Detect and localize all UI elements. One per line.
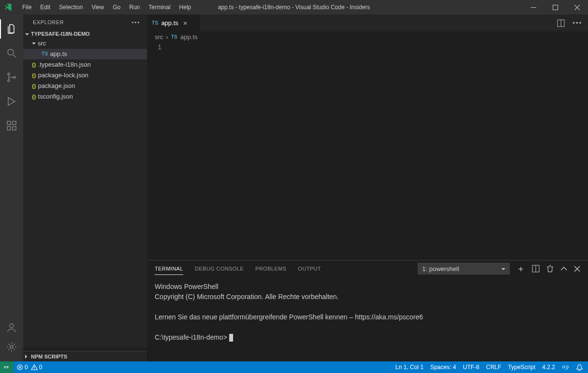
svg-point-2 [8, 49, 14, 55]
cursor-position[interactable]: Ln 1, Col 1 [396, 364, 424, 371]
sidebar: EXPLORER ••• TYPESAFE-I18N-DEMO src TS a… [23, 14, 147, 361]
file-typesafe-json[interactable]: {} .typesafe-i18n.json [23, 59, 147, 70]
editor[interactable]: 1 [147, 42, 588, 260]
json-icon: {} [32, 83, 36, 89]
file-label: .typesafe-i18n.json [38, 61, 91, 68]
vscode-logo-icon [4, 3, 13, 12]
menu-bar: File Edit Selection View Go Run Terminal… [18, 2, 195, 13]
terminal-line: Lernen Sie das neue plattformübergreifen… [155, 312, 580, 322]
file-tree: src TS app.ts {} .typesafe-i18n.json {} … [23, 38, 147, 102]
explorer-icon[interactable] [0, 19, 23, 39]
json-icon: {} [32, 72, 36, 78]
minimize-button[interactable] [523, 0, 544, 14]
ts-version[interactable]: 4.2.2 [542, 364, 555, 371]
svg-point-20 [562, 366, 565, 368]
breadcrumb-file: app.ts [180, 33, 197, 41]
project-root[interactable]: TYPESAFE-I18N-DEMO [23, 30, 147, 38]
tab-bar: TS app.ts × ••• [147, 14, 588, 31]
split-editor-icon[interactable] [557, 19, 565, 27]
close-panel-icon[interactable] [574, 266, 580, 272]
terminal-select[interactable]: 1: powershell [418, 263, 510, 274]
tab-close-icon[interactable]: × [183, 19, 188, 27]
menu-help[interactable]: Help [176, 2, 195, 13]
svg-point-21 [566, 366, 569, 368]
encoding-status[interactable]: UTF-8 [463, 364, 479, 371]
line-number: 1 [147, 43, 162, 51]
kill-terminal-icon[interactable] [546, 265, 554, 273]
extensions-icon[interactable] [0, 116, 23, 135]
panel-tab-debug-console[interactable]: DEBUG CONSOLE [195, 263, 244, 274]
typescript-icon: TS [152, 20, 158, 26]
terminal-select-label: 1: powershell [422, 265, 459, 273]
split-terminal-icon[interactable] [532, 265, 540, 273]
file-label: app.ts [50, 50, 67, 57]
status-left: 0 0 [0, 361, 42, 373]
menu-terminal[interactable]: Terminal [145, 2, 174, 13]
sidebar-more-icon[interactable]: ••• [132, 19, 140, 25]
terminal-line: Copyright (C) Microsoft Corporation. All… [155, 292, 580, 302]
window-title: app.ts - typesafe-i18n-demo - Visual Stu… [218, 4, 370, 11]
language-status[interactable]: TypeScript [508, 364, 536, 371]
file-app-ts[interactable]: TS app.ts [23, 49, 147, 59]
activity-bar [0, 14, 23, 361]
svg-point-5 [8, 80, 10, 82]
svg-rect-8 [7, 127, 11, 130]
titlebar: File Edit Selection View Go Run Terminal… [0, 0, 588, 14]
npm-scripts-section[interactable]: NPM SCRIPTS [23, 351, 147, 361]
panel-tab-problems[interactable]: PROBLEMS [255, 263, 286, 274]
chevron-down-icon [32, 40, 36, 47]
settings-gear-icon[interactable] [0, 337, 23, 357]
file-tsconfig[interactable]: {} tsconfig.json [23, 91, 147, 102]
svg-rect-10 [13, 121, 16, 125]
menu-edit[interactable]: Edit [36, 2, 54, 13]
svg-point-12 [10, 345, 13, 348]
line-gutter: 1 [147, 42, 170, 260]
new-terminal-icon[interactable]: ＋ [516, 263, 525, 274]
folder-src[interactable]: src [23, 38, 147, 49]
project-name: TYPESAFE-I18N-DEMO [31, 31, 90, 37]
remote-indicator[interactable] [0, 361, 14, 373]
svg-rect-7 [7, 121, 11, 125]
close-button[interactable] [566, 0, 588, 14]
warnings-indicator[interactable]: 0 [31, 364, 43, 371]
file-package-lock[interactable]: {} package-lock.json [23, 70, 147, 81]
terminal-body[interactable]: Windows PowerShell Copyright (C) Microso… [147, 277, 588, 361]
terminal-line: Windows PowerShell [155, 282, 580, 292]
menu-view[interactable]: View [88, 2, 108, 13]
panel-tab-output[interactable]: OUTPUT [298, 263, 321, 274]
svg-rect-0 [531, 7, 536, 8]
typescript-icon: TS [171, 34, 177, 40]
svg-rect-9 [13, 127, 16, 130]
errors-indicator[interactable]: 0 [16, 364, 28, 371]
indent-status[interactable]: Spaces: 4 [430, 364, 456, 371]
menu-go[interactable]: Go [109, 2, 124, 13]
npm-scripts-label: NPM SCRIPTS [31, 354, 67, 359]
json-icon: {} [32, 62, 36, 68]
panel-actions: 1: powershell ＋ [418, 263, 580, 274]
json-icon: {} [32, 94, 36, 100]
run-debug-icon[interactable] [0, 92, 23, 111]
file-package-json[interactable]: {} package.json [23, 81, 147, 91]
source-control-icon[interactable] [0, 68, 23, 87]
accounts-icon[interactable] [0, 318, 23, 337]
eol-status[interactable]: CRLF [486, 364, 501, 371]
notifications-icon[interactable] [576, 364, 583, 371]
maximize-button[interactable] [544, 0, 566, 14]
more-actions-icon[interactable]: ••• [573, 19, 582, 27]
status-bar: 0 0 Ln 1, Col 1 Spaces: 4 UTF-8 CRLF Typ… [0, 361, 588, 373]
svg-point-11 [10, 324, 14, 328]
search-icon[interactable] [0, 43, 23, 63]
tab-app-ts[interactable]: TS app.ts × [147, 14, 200, 31]
menu-selection[interactable]: Selection [55, 2, 87, 13]
panel-tab-terminal[interactable]: TERMINAL [155, 263, 183, 275]
maximize-panel-icon[interactable] [560, 267, 567, 271]
editor-content[interactable] [170, 42, 588, 260]
menu-run[interactable]: Run [125, 2, 144, 13]
menu-file[interactable]: File [18, 2, 35, 13]
window-controls [523, 0, 588, 14]
breadcrumb[interactable]: src › TS app.ts [147, 31, 588, 42]
terminal-prompt: C:\typesafe-i18n-demo> [155, 332, 580, 343]
folder-label: src [38, 40, 46, 47]
warnings-count: 0 [39, 364, 43, 371]
feedback-icon[interactable] [562, 364, 569, 371]
